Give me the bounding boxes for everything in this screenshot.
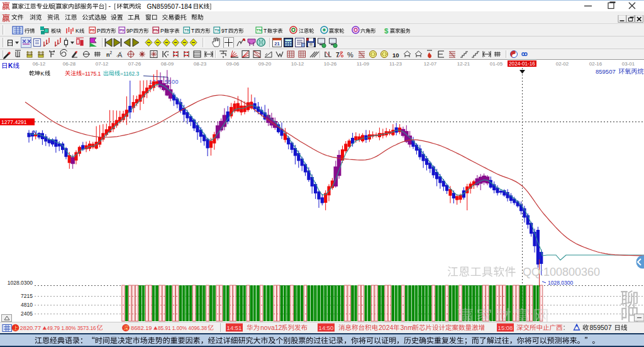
svg-text:T8: T8 (184, 28, 189, 32)
svg-text:10-26: 10-26 (324, 61, 337, 67)
svg-text:02-02: 02-02 (556, 61, 569, 67)
svg-text:9P: 9P (126, 28, 133, 34)
svg-text:T: T (191, 28, 194, 34)
svg-text:P: P (97, 28, 101, 34)
svg-text:9T: 9T (221, 28, 228, 34)
svg-text:06-12: 06-12 (33, 61, 46, 67)
svg-text:08-23: 08-23 (194, 61, 207, 67)
svg-text:11-09: 11-09 (357, 61, 369, 67)
svg-text:2820.77: 2820.77 (20, 325, 42, 331)
svg-text:21: 21 (274, 41, 279, 47)
svg-text:07-12: 07-12 (96, 61, 109, 67)
svg-text:11-23: 11-23 (389, 61, 402, 67)
svg-text:=1175.1: =1175.1 (82, 71, 101, 77)
svg-text:2405: 2405 (21, 310, 33, 317)
svg-text:10-12: 10-12 (291, 61, 304, 67)
svg-text:49.79 1.80% 3573.16: 49.79 1.80% 3573.16 (47, 325, 96, 331)
svg-text:GN859507-184: GN859507-184 (147, 3, 192, 10)
svg-text:859507: 859507 (590, 324, 612, 331)
svg-text:2: 2 (110, 50, 113, 55)
svg-text:03-01: 03-01 (622, 61, 635, 67)
svg-text:T: T (264, 28, 267, 34)
svg-text:15:08: 15:08 (498, 324, 513, 331)
svg-text:P9: P9 (119, 28, 125, 32)
svg-text:K: K (199, 3, 204, 10)
svg-text:2024: 2024 (379, 324, 394, 331)
svg-text:12-07: 12-07 (424, 61, 437, 67)
svg-text:2024-01-16: 2024-01-16 (509, 61, 535, 67)
svg-text:09-20: 09-20 (258, 61, 272, 67)
svg-text:85.91 1.00% 4096.38: 85.91 1.00% 4096.38 (158, 325, 207, 331)
svg-text:PN: PN (153, 28, 158, 32)
svg-text:14:51: 14:51 (227, 324, 242, 331)
svg-text:1028.0300: 1028.0300 (548, 280, 573, 286)
svg-text:12-21: 12-21 (457, 61, 470, 67)
svg-text:1277.4291: 1277.4291 (1, 119, 27, 125)
svg-text:K: K (8, 62, 13, 69)
svg-text:T9: T9 (214, 28, 219, 32)
svg-text:nova12: nova12 (260, 324, 282, 331)
svg-text:K: K (41, 71, 45, 77)
svg-text:1028.0300: 1028.0300 (8, 280, 33, 286)
svg-text:08-09: 08-09 (161, 61, 174, 67)
svg-text:3nm: 3nm (401, 324, 414, 331)
svg-text:7: 7 (336, 52, 340, 59)
svg-text:P: P (160, 28, 164, 34)
svg-text:07-26: 07-26 (128, 61, 142, 67)
svg-text:09-06: 09-06 (226, 61, 240, 67)
svg-text:QQ:100800360: QQ:100800360 (523, 266, 600, 278)
svg-text:8682.19: 8682.19 (131, 325, 152, 331)
svg-text:K: K (75, 28, 79, 34)
svg-text:7215: 7215 (21, 293, 33, 299)
svg-text:=1162.3: =1162.3 (120, 71, 140, 77)
svg-text:859507: 859507 (596, 68, 616, 75)
svg-text:06-28: 06-28 (63, 61, 76, 67)
svg-text:10: 10 (392, 52, 399, 59)
svg-text:14:50: 14:50 (319, 324, 334, 331)
svg-text:$: $ (384, 27, 389, 35)
svg-text:-: - (109, 2, 111, 9)
svg-text:02-16: 02-16 (589, 61, 602, 67)
svg-text:TN: TN (257, 28, 262, 32)
svg-text:01-05: 01-05 (490, 61, 503, 67)
svg-text:%: % (347, 51, 353, 59)
svg-text:P8: P8 (90, 28, 95, 32)
svg-text:4810: 4810 (21, 302, 33, 308)
